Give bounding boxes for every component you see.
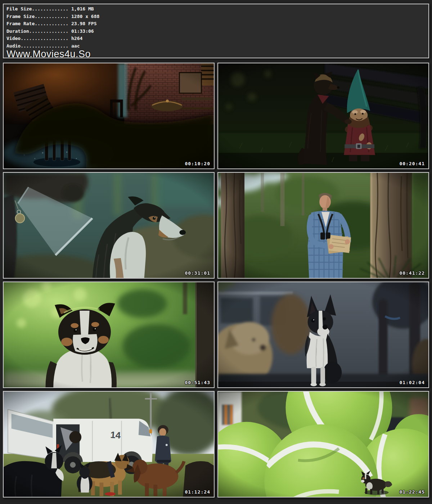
scene-aussie-closeup — [4, 282, 214, 387]
timestamp-6: 01:02:04 — [399, 380, 425, 385]
timestamp-3: 00:31:01 — [185, 270, 210, 276]
media-info-file-size: File Size............. 1,016 MB — [6, 5, 428, 13]
scene-boston-terrier — [218, 282, 428, 387]
screenshot-thumb-8: 01:22:45 — [217, 391, 429, 498]
timestamp-7: 01:12:24 — [185, 489, 210, 495]
scene-night-yard — [4, 63, 214, 168]
timestamp-5: 00:51:43 — [185, 380, 210, 385]
screenshot-thumb-5: 00:51:43 — [3, 282, 215, 388]
screenshot-sheet: File Size............. 1,016 MB Frame Si… — [0, 0, 432, 498]
screenshot-thumb-1: 00:10:20 — [3, 63, 215, 169]
timestamp-4: 00:41:22 — [399, 270, 425, 276]
timestamp-8: 01:22:45 — [399, 489, 425, 495]
screenshot-thumb-4: 00:41:22 — [217, 172, 429, 279]
media-info-video: Video................. h264 — [6, 35, 428, 42]
media-info-frame-size: Frame Size............ 1280 x 688 — [6, 13, 428, 21]
media-info-duration: Duration.............. 01:33:06 — [6, 28, 428, 35]
scene-tennis-balls — [218, 392, 428, 497]
thumbnail-grid: 00:10:20 — [3, 63, 429, 498]
timestamp-2: 00:20:41 — [399, 161, 425, 166]
scene-barn-cone — [4, 173, 214, 278]
screenshot-thumb-6: 01:02:04 — [217, 282, 429, 388]
screenshot-thumb-2: 00:20:41 — [217, 63, 429, 169]
scene-forest-man — [218, 173, 428, 278]
scene-k9-van: 14 — [4, 392, 214, 497]
screenshot-thumb-7: 14 — [3, 391, 215, 498]
timestamp-1: 00:10:20 — [185, 161, 210, 166]
site-watermark: Www.Movies4u.So — [6, 50, 428, 58]
screenshot-thumb-3: 00:31:01 — [3, 172, 215, 279]
scene-gnome — [218, 63, 428, 168]
media-info-frame-rate: Frame Rate............ 23.98 FPS — [6, 20, 428, 28]
media-info-panel: File Size............. 1,016 MB Frame Si… — [3, 4, 429, 58]
